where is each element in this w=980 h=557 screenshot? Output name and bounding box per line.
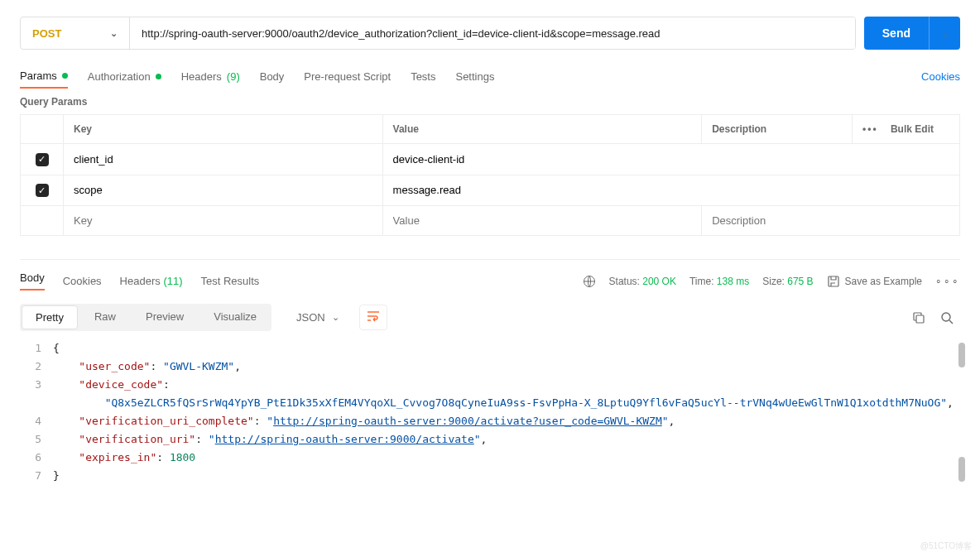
send-button[interactable]: Send ⌄ [864, 17, 960, 50]
tab-authorization[interactable]: Authorization [88, 65, 161, 88]
response-tab-tests[interactable]: Test Results [201, 275, 260, 287]
svg-rect-1 [829, 276, 838, 286]
globe-icon[interactable] [583, 275, 596, 288]
tab-tests[interactable]: Tests [411, 65, 435, 88]
response-body[interactable]: 1{2 "user_code": "GWVL-KWZM",3 "device_c… [20, 339, 960, 485]
checkbox[interactable]: ✓ [36, 153, 49, 166]
url-input[interactable] [130, 17, 855, 49]
query-params-title: Query Params [20, 96, 960, 108]
scrollbar-thumb[interactable] [958, 457, 965, 482]
format-select[interactable]: JSON⌄ [285, 305, 351, 330]
status-dot-icon [156, 74, 161, 79]
more-options-icon[interactable]: ••• [862, 123, 878, 135]
svg-rect-2 [916, 315, 924, 323]
search-icon[interactable] [940, 311, 954, 324]
table-row [21, 206, 960, 236]
response-tab-headers[interactable]: Headers (11) [120, 275, 183, 287]
send-button-label: Send [864, 26, 929, 40]
status-dot-icon [62, 73, 68, 79]
param-value-input[interactable] [393, 153, 949, 166]
scrollbar-thumb[interactable] [958, 343, 965, 367]
save-as-example-button[interactable]: Save as Example [827, 275, 922, 288]
copy-icon[interactable] [912, 311, 925, 324]
tab-settings[interactable]: Settings [455, 65, 494, 88]
http-method-select[interactable]: POST ⌄ [21, 17, 130, 49]
bulk-edit-button[interactable]: Bulk Edit [891, 123, 934, 135]
col-value: Value [382, 115, 702, 144]
response-tab-cookies[interactable]: Cookies [63, 275, 102, 287]
query-params-table: Key Value Description ••• Bulk Edit ✓ ✓ [20, 114, 960, 236]
chevron-down-icon: ⌄ [332, 312, 339, 323]
param-key-input[interactable] [74, 153, 372, 166]
svg-point-3 [942, 313, 950, 321]
param-value-input[interactable] [393, 214, 692, 227]
tab-params[interactable]: Params [20, 65, 68, 89]
param-key-input[interactable] [74, 184, 372, 196]
tab-headers[interactable]: Headers (9) [181, 65, 240, 88]
save-icon [827, 275, 840, 288]
view-tab-pretty[interactable]: Pretty [22, 305, 78, 329]
view-tab-raw[interactable]: Raw [79, 304, 131, 331]
send-dropdown[interactable]: ⌄ [929, 17, 960, 50]
http-method-label: POST [32, 27, 61, 40]
col-description: Description [702, 115, 853, 144]
view-tab-visualize[interactable]: Visualize [199, 304, 271, 331]
cookies-link[interactable]: Cookies [921, 70, 960, 83]
more-icon[interactable]: ∘∘∘ [935, 276, 960, 287]
response-tab-body[interactable]: Body [20, 271, 45, 291]
chevron-down-icon: ⌄ [110, 28, 118, 39]
wrap-lines-button[interactable] [359, 305, 387, 330]
view-tab-preview[interactable]: Preview [131, 304, 199, 331]
tab-prerequest[interactable]: Pre-request Script [304, 65, 391, 88]
chevron-down-icon: ⌄ [941, 28, 949, 39]
param-description-input[interactable] [712, 214, 949, 227]
table-row: ✓ [21, 175, 960, 206]
param-key-input[interactable] [74, 214, 372, 227]
tab-body[interactable]: Body [260, 65, 285, 88]
param-value-input[interactable] [393, 184, 949, 196]
table-row: ✓ [21, 144, 960, 175]
col-key: Key [64, 115, 383, 144]
checkbox[interactable]: ✓ [36, 184, 49, 197]
